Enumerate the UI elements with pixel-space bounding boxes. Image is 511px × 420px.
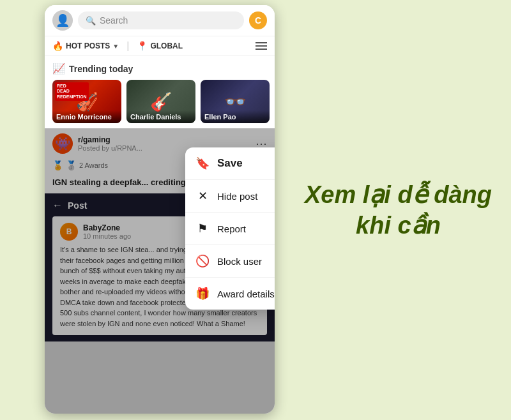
nav-divider: | <box>126 40 129 52</box>
hot-posts-label: HOT POSTS <box>66 41 110 50</box>
trending-header: 📈 Trending today <box>52 63 267 75</box>
phone-frame: 👤 🔍 Search C 🔥 HOT POSTS ▼ | 📍 GLOBAL 📈 … <box>45 5 275 414</box>
user-avatar[interactable]: 👤 <box>52 10 73 31</box>
rdr-logo: REDDEADREDEMPTION <box>55 82 89 101</box>
trending-section: 📈 Trending today 🎻 REDDEADREDEMPTION Enn… <box>45 56 275 128</box>
charlie-label: Charlie Daniels <box>126 110 195 123</box>
location-icon: 📍 <box>137 41 148 51</box>
report-label: Report <box>217 223 246 234</box>
ellen-label: Ellen Pao <box>201 110 270 123</box>
hide-post-menu-item[interactable]: ✕ Hide post <box>185 180 275 213</box>
global-nav[interactable]: 📍 GLOBAL <box>137 41 183 51</box>
context-menu: 🔖 Save ✕ Hide post ⚑ Report 🚫 Block user <box>185 147 275 310</box>
promo-line1: Xem lại dễ dàng <box>305 180 492 211</box>
block-user-label: Block user <box>217 256 262 267</box>
dropdown-arrow-icon: ▼ <box>112 43 119 50</box>
award-details-label: Award details <box>217 289 275 299</box>
context-menu-overlay[interactable]: 🔖 Save ✕ Hide post ⚑ Report 🚫 Block user <box>45 128 275 414</box>
ennio-label: Ennio Morricone <box>52 110 121 123</box>
search-bar[interactable]: 🔍 Search <box>78 11 244 29</box>
award-details-menu-item[interactable]: 🎁 Award details <box>185 278 275 310</box>
hot-posts-nav[interactable]: 🔥 HOT POSTS ▼ <box>52 41 119 51</box>
trending-title: Trending today <box>69 64 133 74</box>
trending-icon: 📈 <box>52 63 65 75</box>
flame-icon: 🔥 <box>52 41 63 51</box>
global-label: GLOBAL <box>150 41 183 50</box>
bookmark-icon: 🔖 <box>195 156 210 170</box>
block-icon: 🚫 <box>195 254 210 268</box>
coin-button[interactable]: C <box>249 11 267 29</box>
save-menu-item[interactable]: 🔖 Save <box>185 147 275 180</box>
block-user-menu-item[interactable]: 🚫 Block user <box>185 245 275 278</box>
promo-line2: khi cần <box>305 210 492 241</box>
promo-text: Xem lại dễ dàng khi cần <box>305 180 492 241</box>
award-details-icon: 🎁 <box>195 287 210 301</box>
nav-bar: 🔥 HOT POSTS ▼ | 📍 GLOBAL <box>45 36 275 56</box>
trending-cards: 🎻 REDDEADREDEMPTION Ennio Morricone 🎸 Ch… <box>52 80 267 123</box>
top-bar: 👤 🔍 Search C <box>45 5 275 36</box>
post-area: 👾 r/gaming Posted by u/RPNA... ⋯ 🏅 🥈 2 A… <box>45 128 275 414</box>
flag-icon: ⚑ <box>195 221 210 236</box>
trending-card-charlie[interactable]: 🎸 Charlie Daniels <box>126 80 195 123</box>
trending-card-ennio[interactable]: 🎻 REDDEADREDEMPTION Ennio Morricone <box>52 80 121 123</box>
trending-card-ellen[interactable]: 👓 Ellen Pao <box>201 80 270 123</box>
report-menu-item[interactable]: ⚑ Report <box>185 213 275 245</box>
search-label: Search <box>100 15 128 26</box>
save-label: Save <box>217 157 243 170</box>
hide-post-label: Hide post <box>217 191 257 202</box>
hamburger-menu[interactable] <box>256 42 267 50</box>
hide-icon: ✕ <box>195 189 210 203</box>
search-icon: 🔍 <box>86 16 96 26</box>
